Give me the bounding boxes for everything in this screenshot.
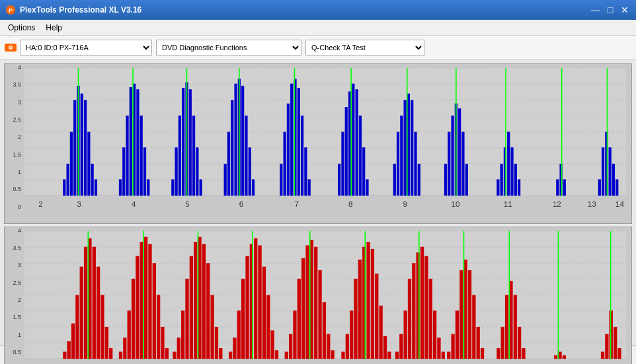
drive-selector[interactable]: HA:0 ID:0 PX-716A <box>20 40 152 55</box>
svg-rect-97 <box>510 147 513 196</box>
svg-rect-96 <box>507 132 510 196</box>
svg-rect-193 <box>305 245 309 359</box>
svg-rect-70 <box>352 84 354 196</box>
window-controls: — □ ✕ <box>590 4 631 16</box>
minimize-button[interactable]: — <box>590 4 602 16</box>
svg-rect-234 <box>477 326 480 358</box>
svg-rect-17 <box>70 132 73 196</box>
menu-bar: Options Help <box>0 20 636 36</box>
svg-rect-153 <box>136 256 139 359</box>
svg-rect-58 <box>287 104 290 196</box>
svg-rect-168 <box>198 237 201 359</box>
svg-text:14: 14 <box>616 200 624 208</box>
svg-rect-36 <box>171 179 174 196</box>
app-icon: P <box>5 5 16 15</box>
function-selector[interactable]: DVD Diagnostic Functions <box>156 40 301 55</box>
bottom-chart-panel: 4 3.5 3 2.5 2 1.5 1 0.5 0 <box>4 227 632 364</box>
close-button[interactable]: ✕ <box>619 4 631 16</box>
svg-text:7: 7 <box>294 200 298 208</box>
svg-rect-82 <box>414 132 417 196</box>
svg-rect-224 <box>437 338 440 359</box>
svg-rect-23 <box>91 164 94 196</box>
svg-rect-162 <box>173 351 176 359</box>
svg-rect-77 <box>397 132 399 196</box>
svg-rect-26 <box>119 179 122 196</box>
top-chart-area: 2 3 4 5 6 7 8 9 10 11 12 13 14 15 <box>24 68 626 210</box>
svg-rect-31 <box>136 89 139 196</box>
svg-rect-230 <box>459 270 463 359</box>
svg-rect-61 <box>298 88 300 196</box>
svg-rect-54 <box>252 179 255 196</box>
svg-rect-152 <box>132 279 135 359</box>
test-selector[interactable]: Q-Check TA Test <box>305 40 424 55</box>
menu-help[interactable]: Help <box>40 22 67 34</box>
svg-rect-228 <box>451 334 454 359</box>
svg-rect-218 <box>412 263 415 359</box>
svg-rect-205 <box>358 260 362 359</box>
svg-rect-189 <box>289 334 292 359</box>
svg-rect-159 <box>161 326 164 358</box>
bottom-chart-area: 2 3 4 5 6 7 8 9 10 11 12 13 14 15 <box>24 231 626 364</box>
svg-rect-190 <box>293 310 296 359</box>
top-chart-y-axis: 4 3.5 3 2.5 2 1.5 1 0.5 0 <box>5 64 23 210</box>
svg-rect-109 <box>612 164 615 196</box>
svg-rect-15 <box>63 179 65 196</box>
svg-rect-211 <box>383 336 387 358</box>
svg-rect-238 <box>501 326 504 358</box>
svg-rect-221 <box>424 256 428 359</box>
svg-rect-105 <box>598 179 601 196</box>
svg-rect-51 <box>241 86 244 196</box>
svg-text:11: 11 <box>504 200 512 208</box>
svg-rect-38 <box>179 116 181 196</box>
svg-rect-207 <box>366 242 370 359</box>
svg-rect-141 <box>84 246 87 359</box>
svg-rect-101 <box>556 179 559 196</box>
svg-rect-33 <box>143 147 146 196</box>
svg-rect-227 <box>447 351 450 359</box>
svg-rect-91 <box>465 164 468 196</box>
svg-rect-202 <box>346 334 349 359</box>
svg-rect-53 <box>249 147 251 196</box>
svg-rect-229 <box>456 310 459 359</box>
svg-rect-177 <box>237 310 241 359</box>
svg-rect-39 <box>182 88 184 196</box>
svg-rect-79 <box>404 100 407 196</box>
svg-rect-62 <box>301 116 303 196</box>
svg-rect-41 <box>189 89 192 196</box>
svg-rect-179 <box>245 256 249 359</box>
svg-rect-34 <box>147 179 149 196</box>
svg-rect-140 <box>80 266 83 359</box>
svg-rect-86 <box>448 132 450 196</box>
svg-rect-178 <box>241 279 245 359</box>
svg-rect-170 <box>206 263 210 359</box>
svg-rect-233 <box>472 295 475 359</box>
svg-rect-72 <box>359 116 362 196</box>
top-chart-panel: 4 3.5 3 2.5 2 1.5 1 0.5 0 <box>4 63 632 224</box>
svg-point-4 <box>10 47 11 48</box>
svg-rect-150 <box>123 338 126 359</box>
svg-rect-197 <box>323 302 326 359</box>
svg-rect-110 <box>616 179 618 196</box>
svg-rect-182 <box>258 245 261 359</box>
menu-options[interactable]: Options <box>3 22 40 34</box>
bottom-chart-y-axis: 4 3.5 3 2.5 2 1.5 1 0.5 0 <box>5 227 23 364</box>
svg-rect-99 <box>518 179 520 196</box>
svg-rect-188 <box>285 351 288 359</box>
maximize-button[interactable]: □ <box>604 4 616 16</box>
svg-rect-210 <box>379 305 382 358</box>
svg-rect-145 <box>100 295 104 359</box>
svg-rect-209 <box>375 273 378 359</box>
svg-rect-186 <box>275 350 278 359</box>
svg-rect-47 <box>227 132 230 196</box>
svg-rect-78 <box>400 116 403 196</box>
svg-rect-93 <box>497 179 499 196</box>
svg-rect-175 <box>229 351 232 359</box>
svg-rect-184 <box>266 295 270 359</box>
svg-rect-195 <box>314 246 317 359</box>
svg-text:8: 8 <box>348 200 353 208</box>
svg-rect-172 <box>215 326 218 358</box>
svg-rect-245 <box>554 355 557 358</box>
svg-rect-56 <box>280 164 282 196</box>
svg-rect-144 <box>97 266 100 359</box>
svg-text:9: 9 <box>403 200 407 208</box>
